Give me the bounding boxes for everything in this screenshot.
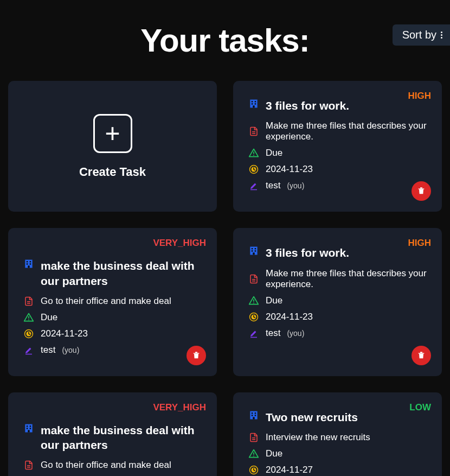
trash-icon	[417, 351, 426, 360]
file-icon	[23, 296, 34, 307]
due-label: Due	[266, 448, 282, 459]
priority-badge: VERY_HIGH	[153, 402, 206, 413]
task-user: test	[266, 328, 280, 339]
delete-button[interactable]	[412, 346, 431, 365]
priority-badge: LOW	[409, 402, 431, 413]
sort-by-label: Sort by	[402, 29, 436, 41]
svg-rect-20	[28, 266, 29, 268]
you-indicator: (you)	[287, 181, 304, 190]
svg-rect-18	[27, 263, 28, 265]
svg-point-69	[253, 456, 254, 457]
due-label: Due	[41, 312, 57, 323]
svg-rect-3	[252, 103, 253, 105]
pencil-icon	[23, 345, 34, 356]
warning-icon	[23, 312, 34, 323]
task-card[interactable]: LOWTwo new recruitsInterview the new rec…	[233, 392, 442, 476]
menu-dots-icon	[441, 31, 442, 39]
trash-icon	[192, 351, 201, 360]
svg-point-24	[28, 319, 29, 320]
due-label: Due	[266, 295, 282, 306]
file-icon	[248, 274, 259, 284]
plus-icon: +	[93, 114, 132, 153]
task-card[interactable]: VERY_HIGHmake the business deal with our…	[8, 392, 217, 476]
svg-rect-28	[194, 353, 200, 353]
file-icon	[248, 432, 259, 443]
svg-rect-17	[30, 261, 31, 263]
svg-point-39	[253, 302, 254, 303]
task-user: test	[41, 345, 55, 356]
svg-rect-5	[253, 105, 254, 107]
svg-rect-32	[255, 248, 256, 250]
delete-button[interactable]	[412, 181, 431, 201]
task-title: make the business deal with our partners	[41, 423, 202, 453]
task-date: 2024-11-23	[41, 328, 88, 339]
pencil-icon	[248, 328, 259, 339]
svg-rect-14	[420, 188, 422, 189]
warning-icon	[248, 295, 259, 306]
task-title: 3 files for work.	[266, 245, 349, 260]
task-description: Go to their office and make deal	[41, 460, 171, 471]
svg-rect-1	[252, 101, 253, 103]
building-icon	[248, 245, 259, 256]
create-task-label: Create Task	[79, 165, 146, 179]
svg-rect-46	[27, 426, 28, 427]
pencil-icon	[248, 180, 259, 191]
task-title: make the business deal with our partners	[41, 258, 202, 288]
svg-rect-61	[252, 412, 253, 414]
task-description: Interview the new recruits	[266, 432, 370, 443]
svg-rect-31	[252, 248, 253, 250]
you-indicator: (you)	[62, 346, 79, 354]
svg-rect-49	[30, 428, 31, 429]
task-card[interactable]: VERY_HIGHmake the business deal with our…	[8, 228, 217, 376]
svg-rect-48	[27, 428, 28, 429]
svg-rect-65	[253, 417, 254, 419]
task-date: 2024-11-27	[266, 465, 313, 475]
task-card[interactable]: HIGH3 files for work.Make me three files…	[233, 81, 442, 212]
delete-button[interactable]	[187, 346, 206, 365]
svg-rect-2	[255, 101, 256, 103]
task-title: Two new recruits	[266, 410, 358, 424]
clock-icon	[248, 312, 259, 322]
page-title: Your tasks:	[0, 22, 450, 59]
svg-rect-16	[27, 261, 28, 263]
svg-rect-34	[255, 250, 256, 252]
create-task-card[interactable]: + Create Task	[8, 81, 217, 212]
task-date: 2024-11-23	[266, 164, 313, 175]
trash-icon	[417, 187, 426, 195]
due-label: Due	[266, 148, 282, 158]
building-icon	[248, 410, 259, 421]
clock-icon	[23, 328, 34, 339]
svg-rect-19	[30, 263, 31, 265]
sort-by-button[interactable]: Sort by	[393, 24, 450, 46]
task-description: Make me three files that describes your …	[266, 268, 427, 290]
svg-rect-4	[255, 103, 256, 105]
warning-icon	[248, 448, 259, 459]
priority-badge: VERY_HIGH	[153, 238, 206, 249]
building-icon	[23, 423, 34, 434]
task-description: Go to their office and make deal	[41, 296, 171, 307]
file-icon	[248, 126, 259, 137]
priority-badge: HIGH	[408, 91, 432, 101]
svg-rect-44	[420, 352, 422, 353]
file-icon	[23, 460, 34, 471]
clock-icon	[248, 164, 259, 175]
warning-icon	[248, 148, 259, 158]
svg-rect-64	[255, 415, 256, 416]
svg-rect-50	[28, 430, 29, 432]
svg-rect-47	[30, 426, 31, 427]
task-title: 3 files for work.	[266, 98, 349, 113]
svg-rect-35	[253, 253, 254, 255]
svg-rect-63	[252, 415, 253, 416]
svg-point-9	[253, 155, 254, 156]
svg-rect-43	[419, 353, 425, 353]
task-date: 2024-11-23	[266, 312, 313, 322]
svg-rect-13	[419, 189, 425, 189]
building-icon	[248, 98, 259, 109]
clock-icon	[248, 465, 259, 475]
task-card[interactable]: HIGH3 files for work.Make me three files…	[233, 228, 442, 376]
task-description: Make me three files that describes your …	[266, 120, 427, 142]
priority-badge: HIGH	[408, 238, 432, 249]
building-icon	[23, 258, 34, 269]
task-user: test	[266, 180, 280, 191]
svg-rect-29	[195, 352, 197, 353]
